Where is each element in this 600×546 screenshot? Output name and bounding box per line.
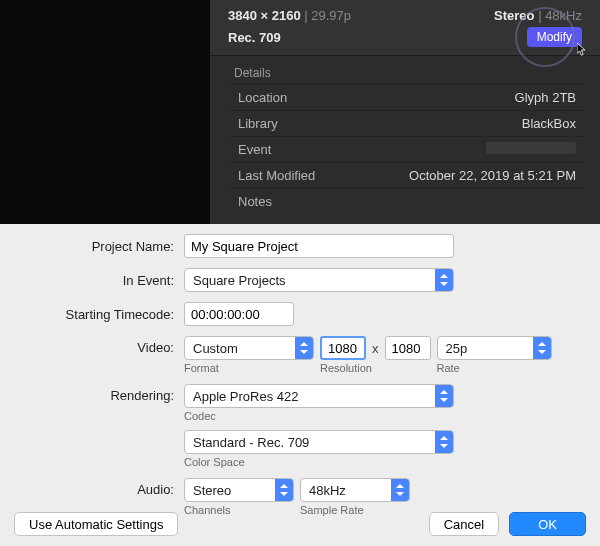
detail-row-location: Location Glyph 2TB xyxy=(230,84,584,110)
details-header: Details xyxy=(230,60,584,84)
detail-row-last-modified: Last Modified October 22, 2019 at 5:21 P… xyxy=(230,162,584,188)
audio-channels-select[interactable]: Stereo xyxy=(184,478,294,502)
audio-label: Audio: xyxy=(14,478,184,497)
in-event-label: In Event: xyxy=(14,273,184,288)
inspector-audio-summary: Stereo | 48kHz xyxy=(494,8,582,23)
detail-row-notes: Notes xyxy=(230,188,584,214)
select-value: 48kHz xyxy=(309,483,346,498)
detail-label: Notes xyxy=(238,194,272,209)
caret-icon xyxy=(533,337,551,359)
detail-label: Location xyxy=(238,90,287,105)
detail-row-event: Event xyxy=(230,136,584,162)
ok-button[interactable]: OK xyxy=(509,512,586,536)
rendering-label: Rendering: xyxy=(14,384,184,403)
in-event-select[interactable]: Square Projects xyxy=(184,268,454,292)
project-name-label: Project Name: xyxy=(14,239,184,254)
starting-timecode-input[interactable] xyxy=(184,302,294,326)
video-rate-select[interactable]: 25p xyxy=(437,336,552,360)
inspector-resolution: 3840 × 2160 | 29.97p xyxy=(228,8,351,23)
select-value: Square Projects xyxy=(193,273,286,288)
inspector-rec709: Rec. 709 xyxy=(228,30,281,45)
resolution-sublabel: Resolution xyxy=(320,362,431,374)
select-value: Custom xyxy=(193,341,238,356)
video-format-select[interactable]: Custom xyxy=(184,336,314,360)
select-value: 25p xyxy=(446,341,468,356)
audio-rate-select[interactable]: 48kHz xyxy=(300,478,410,502)
audio-khz: 48kHz xyxy=(545,8,582,23)
caret-icon xyxy=(275,479,293,501)
detail-value: BlackBox xyxy=(522,116,576,131)
inspector-header: 3840 × 2160 | 29.97p Stereo | 48kHz Rec.… xyxy=(210,0,600,56)
detail-label: Library xyxy=(238,116,278,131)
colorspace-sublabel: Color Space xyxy=(184,456,454,468)
caret-icon xyxy=(435,385,453,407)
cancel-button[interactable]: Cancel xyxy=(429,512,499,536)
video-width-input[interactable] xyxy=(320,336,366,360)
caret-icon xyxy=(435,269,453,291)
rendering-colorspace-select[interactable]: Standard - Rec. 709 xyxy=(184,430,454,454)
rate-sublabel: Rate xyxy=(437,362,552,374)
x-separator: x xyxy=(372,341,379,356)
caret-icon xyxy=(435,431,453,453)
caret-icon xyxy=(295,337,313,359)
rendering-codec-select[interactable]: Apple ProRes 422 xyxy=(184,384,454,408)
use-automatic-settings-button[interactable]: Use Automatic Settings xyxy=(14,512,178,536)
select-value: Standard - Rec. 709 xyxy=(193,435,309,450)
caret-icon xyxy=(391,479,409,501)
dialog-footer: Use Automatic Settings Cancel OK xyxy=(14,512,586,536)
project-name-input[interactable] xyxy=(184,234,454,258)
detail-row-library: Library BlackBox xyxy=(230,110,584,136)
resolution-value: 3840 × 2160 xyxy=(228,8,301,23)
detail-value: Glyph 2TB xyxy=(515,90,576,105)
framerate-value: 29.97p xyxy=(311,8,351,23)
video-label: Video: xyxy=(14,336,184,355)
inspector-details: Details Location Glyph 2TB Library Black… xyxy=(210,56,600,214)
detail-value: October 22, 2019 at 5:21 PM xyxy=(409,168,576,183)
codec-sublabel: Codec xyxy=(184,410,454,422)
starting-timecode-label: Starting Timecode: xyxy=(14,307,184,322)
modify-button[interactable]: Modify xyxy=(527,27,582,47)
project-settings-dialog: Project Name: In Event: Square Projects … xyxy=(0,224,600,546)
format-sublabel: Format xyxy=(184,362,314,374)
video-height-input[interactable] xyxy=(385,336,431,360)
audio-stereo: Stereo xyxy=(494,8,534,23)
select-value: Apple ProRes 422 xyxy=(193,389,299,404)
detail-label: Last Modified xyxy=(238,168,315,183)
redacted-value xyxy=(486,142,576,154)
inspector-panel: 3840 × 2160 | 29.97p Stereo | 48kHz Rec.… xyxy=(210,0,600,224)
detail-label: Event xyxy=(238,142,271,157)
select-value: Stereo xyxy=(193,483,231,498)
